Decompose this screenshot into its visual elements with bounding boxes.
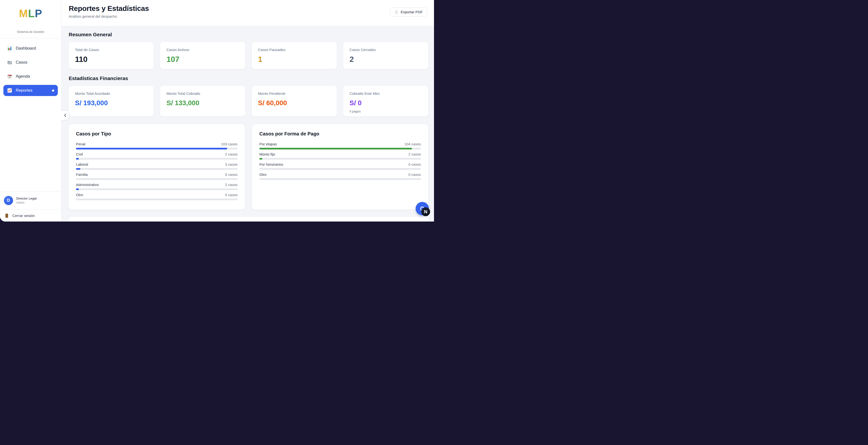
bar-label: Civil [76,152,83,156]
bar-chart-icon [7,46,12,51]
calendar-icon: 17 JUL [7,74,12,79]
bar-label: Otro [76,193,83,197]
financial-heading: Estadísticas Financieras [69,75,428,81]
stat-card-cerrados: Casos Cerrados 2 [343,42,428,69]
financial-cards: Monto Total Acordado S/ 193,000 Monto To… [69,86,428,117]
active-indicator-dot [52,90,54,92]
sidebar-item-label: Dashboard [16,46,36,51]
document-icon [395,10,398,14]
fin-card-acordado: Monto Total Acordado S/ 193,000 [69,86,154,117]
bar-track [76,158,238,160]
door-icon [4,213,9,218]
charts-section: Casos por Tipo Penal103 casos Civil2 cas… [69,124,428,210]
nextjs-dev-badge[interactable]: N [421,207,430,216]
stat-label: Total de Casos [75,47,147,52]
stat-label: Casos Pausados [258,47,331,52]
bar-row-monto-fijo: Monto fijo2 casos [259,152,421,160]
page-header: Reportes y Estadísticas Análisis general… [61,0,434,26]
stat-card-activos: Casos Activos 107 [160,42,245,69]
logo: MLP Sistema de Gestión [0,0,61,38]
avatar: D [4,196,13,205]
stat-value: 1 [258,55,331,64]
fin-label: Monto Pendiente [258,91,331,96]
stat-value: 107 [166,55,239,64]
bar-value: 103 casos [221,142,238,146]
sidebar-nav: Dashboard Casos 17 JUL Agenda [0,38,61,99]
app-subtitle: Sistema de Gestión [0,30,61,34]
bar-value: 0 casos [225,172,238,177]
user-role: Admin [16,201,36,204]
sidebar-item-reportes[interactable]: Reportes [3,85,58,96]
bar-track [76,168,238,170]
user-name: Director Legal [16,197,36,200]
bar-label: Por etapas [259,142,277,146]
nextjs-n-letter: N [424,209,428,215]
bar-value: 104 casos [404,142,421,146]
sidebar-item-dashboard[interactable]: Dashboard [3,43,58,54]
bar-value: 2 casos [225,152,238,156]
summary-heading: Resumen General [69,32,428,37]
stat-card-pausados: Casos Pausados 1 [252,42,337,69]
bar-track [259,178,421,180]
bar-fill [76,168,80,170]
panel-title: Casos por Forma de Pago [259,131,421,137]
folder-icon [7,60,12,65]
bar-row-etapas: Por etapas104 casos [259,142,421,150]
bar-row-familia: Familia0 casos [76,172,238,180]
panel-casos-por-tipo: Casos por Tipo Penal103 casos Civil2 cas… [69,124,245,210]
bar-row-otro-pago: Otro0 casos [259,172,421,180]
stat-value: 110 [75,55,147,64]
logo-letter-p: P [35,7,42,19]
bar-track [259,158,421,160]
bar-track [259,168,421,170]
bar-row-civil: Civil2 casos [76,152,238,160]
bar-value: 0 casos [408,162,421,166]
cutoff-panel [69,217,428,222]
fin-card-cobrado: Monto Total Cobrado S/ 133,000 [160,86,245,117]
bar-fill [259,158,262,160]
bar-track [76,198,238,200]
app-window: MLP Sistema de Gestión Dashboard [0,0,434,222]
bar-row-administrativo: Administrativo2 casos [76,183,238,190]
main-content: Reportes y Estadísticas Análisis general… [61,0,434,222]
sidebar-item-label: Casos [16,60,27,65]
bar-label: Por honorarios [259,162,283,166]
panel-title: Casos por Tipo [76,131,238,137]
bar-label: Monto fijo [259,152,275,156]
bar-value: 2 casos [225,183,238,187]
fin-value: S/ 60,000 [258,99,331,107]
bar-label: Penal [76,142,85,146]
bar-value: 0 casos [408,172,421,177]
bar-row-honorarios: Por honorarios0 casos [259,162,421,170]
svg-text:JUL: JUL [8,75,9,76]
export-pdf-label: Exportar PDF [401,10,423,14]
panel-casos-por-pago: Casos por Forma de Pago Por etapas104 ca… [252,124,428,210]
logo-letter-m: M [19,7,28,19]
fin-label: Cobrado Este Mes [349,91,422,96]
fin-label: Monto Total Cobrado [166,91,239,96]
bar-track [76,148,238,150]
sidebar: MLP Sistema de Gestión Dashboard [0,0,61,222]
logout-button[interactable]: Cerrar sesión [0,210,61,222]
sidebar-item-agenda[interactable]: 17 JUL Agenda [3,71,58,82]
sidebar-collapse-button[interactable] [61,110,69,120]
bar-row-otro-tipo: Otro0 casos [76,193,238,200]
logout-label: Cerrar sesión [12,214,35,218]
chevron-left-icon [63,113,67,118]
sidebar-item-label: Reportes [16,88,32,93]
bar-label: Administrativo [76,183,99,187]
stat-label: Casos Cerrados [349,47,422,52]
bar-label: Otro [259,172,266,177]
sidebar-item-casos[interactable]: Casos [3,57,58,68]
stat-value: 2 [349,55,422,64]
summary-cards: Total de Casos 110 Casos Activos 107 Cas… [69,42,428,69]
logo-letter-l: L [28,7,35,19]
chart-up-icon [7,88,12,93]
page-title: Reportes y Estadísticas [69,4,427,12]
fin-card-pendiente: Monto Pendiente S/ 60,000 [252,86,337,117]
bar-track [76,188,238,190]
bar-row-laboral: Laboral3 casos [76,162,238,170]
export-pdf-button[interactable]: Exportar PDF [390,7,427,17]
fin-label: Monto Total Acordado [75,91,147,96]
page-subtitle: Análisis general del despacho [69,14,427,19]
